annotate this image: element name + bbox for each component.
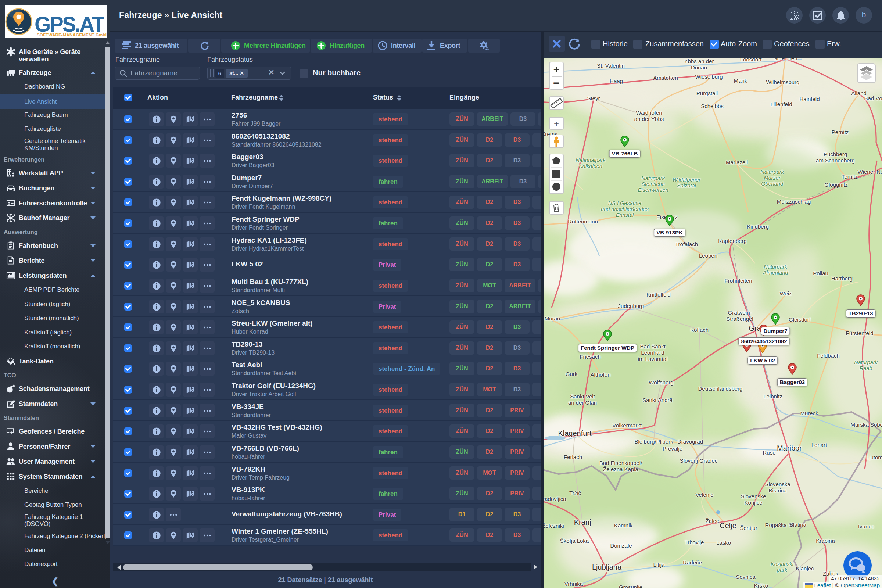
svg-text:SOFTWARE-MANAGEMENT GmbH: SOFTWARE-MANAGEMENT GmbH	[37, 32, 107, 38]
